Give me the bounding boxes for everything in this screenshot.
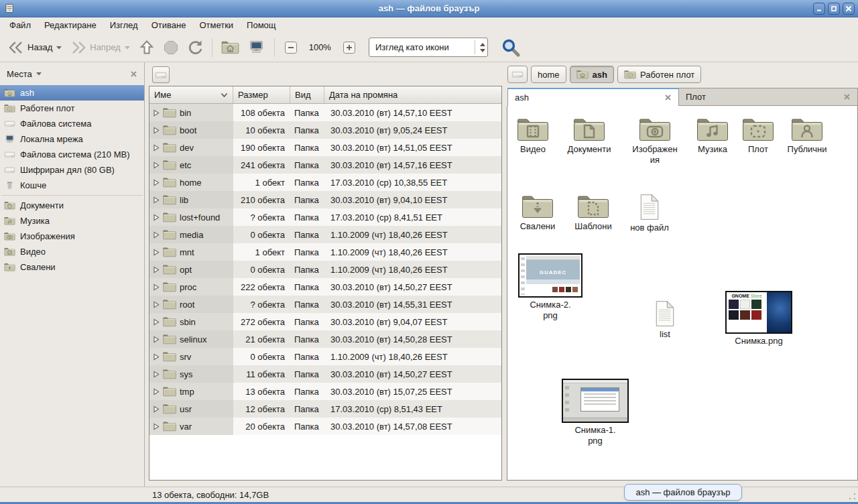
menu-item-4[interactable]: Отиване [145,18,193,32]
back-dropdown-icon[interactable] [56,45,62,50]
table-row[interactable]: boot10 обектаПапка30.03.2010 (вт) 9,05,2… [149,121,501,139]
table-row[interactable]: sbin272 обектаПапка30.03.2010 (вт) 9,04,… [149,313,501,330]
column-header[interactable]: Вид [290,86,324,103]
table-row[interactable]: home1 обектПапка17.03.2010 (ср) 10,38,55… [149,174,501,191]
computer-button[interactable] [243,38,269,57]
expander-icon[interactable] [153,196,160,204]
combo-spinner-icon[interactable] [478,41,487,54]
sidebar-item[interactable]: Документи [0,198,144,213]
sidebar-item[interactable]: Файлова система [0,116,144,131]
table-row[interactable]: proc222 обектаПапка30.03.2010 (вт) 14,50… [149,278,501,296]
menu-item-1[interactable]: Файл [3,18,38,32]
sidebar-item[interactable]: Работен плот [0,101,144,116]
table-row[interactable]: lost+found? обектаПапка17.03.2010 (ср) 8… [149,208,501,226]
expander-icon[interactable] [153,231,160,239]
sidebar-item[interactable]: Музика [0,213,144,229]
table-row[interactable]: bin108 обектаПапка30.03.2010 (вт) 14,57,… [149,104,501,121]
expander-icon[interactable] [153,144,160,151]
view-mode-combobox[interactable]: Изглед като икони [369,38,488,57]
table-row[interactable]: var20 обектаПапка30.03.2010 (вт) 14,57,0… [149,418,501,435]
icon-view-item-downloads[interactable]: Свалени [509,194,566,232]
path-button-Работен плот[interactable]: Работен плот [617,66,701,83]
column-header[interactable]: Дата на промяна [324,86,501,103]
expander-icon[interactable] [153,423,160,430]
column-header[interactable]: Име [149,86,233,103]
menu-item-2[interactable]: Редактиране [38,18,103,32]
maximize-button[interactable] [828,3,840,15]
table-row[interactable]: dev190 обектаПапка30.03.2010 (вт) 14,51,… [149,139,501,156]
expander-icon[interactable] [153,266,160,273]
search-button[interactable] [497,36,524,60]
expander-icon[interactable] [153,127,160,134]
table-row[interactable]: sys11 обектаПапка30.03.2010 (вт) 14,50,2… [149,365,501,383]
expander-icon[interactable] [153,405,160,413]
menu-item-6[interactable]: Помощ [240,18,282,32]
title-bar[interactable]: ash — файлов браузър [0,0,858,17]
icon-view-item-list[interactable]: list [636,300,694,340]
sidebar-item[interactable]: Видео [0,244,144,259]
expander-icon[interactable] [153,371,160,378]
table-row[interactable]: lib210 обектаПапка30.03.2010 (вт) 9,04,1… [149,191,501,208]
close-button[interactable] [843,3,855,15]
expander-icon[interactable] [153,318,160,326]
close-tab-icon[interactable] [664,94,672,101]
table-row[interactable]: etc241 обектаПапка30.03.2010 (вт) 14,57,… [149,156,501,174]
path-button-ash[interactable]: ash [570,66,614,83]
back-button[interactable]: Назад [4,38,66,58]
table-row[interactable]: media0 обектаПапка1.10.2009 (чт) 18,40,2… [149,226,501,243]
tab-ash[interactable]: ash [507,88,679,106]
sidebar-item[interactable]: Свалени [0,259,144,275]
table-row[interactable]: root? обектаПапка30.03.2010 (вт) 14,55,3… [149,296,501,313]
menu-item-5[interactable]: Отметки [192,18,240,32]
menu-item-3[interactable]: Изглед [103,18,145,32]
sidebar-item[interactable]: Локална мрежа [0,131,144,147]
expander-icon[interactable] [153,336,160,343]
path-root-button[interactable] [152,66,170,83]
path-button-home[interactable]: home [531,66,566,83]
sidebar-close-icon[interactable] [130,70,137,78]
column-header[interactable]: Размер [233,86,290,103]
icon-view-pane[interactable]: ВидеоДокументиИзображен ияМузикаПлотПубл… [507,106,858,481]
sidebar-item[interactable]: Кошче [0,178,144,193]
icon-view-item-public[interactable]: Публични [777,117,837,155]
expander-icon[interactable] [153,284,160,291]
table-row[interactable]: usr12 обектаПапка17.03.2010 (ср) 8,51,43… [149,400,501,418]
zoom-out-button[interactable] [280,38,302,58]
icon-view-item-documents[interactable]: Документи [556,117,623,155]
icon-view-item-video[interactable]: Видео [509,117,556,155]
zoom-in-button[interactable] [338,38,361,58]
sidebar-item[interactable]: ash [0,85,144,101]
expander-icon[interactable] [153,109,160,117]
table-row[interactable]: selinux21 обектаПапка30.03.2010 (вт) 14,… [149,330,501,348]
sidebar-item[interactable]: Шифриран дял (80 GB) [0,162,144,178]
expander-icon[interactable] [153,179,160,186]
sidebar-pane-selector[interactable]: Места [7,69,42,79]
icon-view-item-images[interactable]: Изображен ия [623,117,687,166]
sidebar-item[interactable]: Файлова система (210 MB) [0,147,144,162]
icon-view-item-new-file[interactable]: нов файл [621,194,678,233]
sidebar-item[interactable]: Изображения [0,229,144,244]
table-row[interactable]: mnt1 обектПапка1.10.2009 (чт) 18,40,26 E… [149,243,501,261]
table-row[interactable]: srv0 обектаПапка1.10.2009 (чт) 18,40,26 … [149,348,501,365]
icon-view-item-desktop[interactable]: Плот [738,117,778,155]
expander-icon[interactable] [153,388,160,395]
expander-icon[interactable] [153,162,160,169]
expander-icon[interactable] [153,214,160,221]
home-button[interactable] [217,38,243,57]
forward-button[interactable]: Напред [66,38,134,58]
expander-icon[interactable] [153,249,160,256]
expander-icon[interactable] [153,301,160,308]
table-row[interactable]: opt0 обектаПапка1.10.2009 (чт) 18,40,26 … [149,261,501,278]
icon-view-item-snimka2[interactable]: GUADECСнимка-2. png [513,253,587,322]
icon-view-item-music[interactable]: Музика [686,117,739,155]
expander-icon[interactable] [153,353,160,361]
path-button[interactable] [507,66,528,83]
table-row[interactable]: tmp13 обектаПапка30.03.2010 (вт) 15,07,2… [149,383,501,400]
icon-view-item-snimka1[interactable]: Снимка-1. png [558,379,632,447]
up-button[interactable] [135,37,159,58]
close-tab-icon[interactable] [843,93,851,101]
reload-button[interactable] [183,37,207,58]
icon-view-item-templates[interactable]: Шаблони [564,194,622,232]
resize-grip[interactable] [849,493,857,501]
icon-view-item-snimka[interactable]: GNOME StoreСнимка.png [720,291,798,346]
